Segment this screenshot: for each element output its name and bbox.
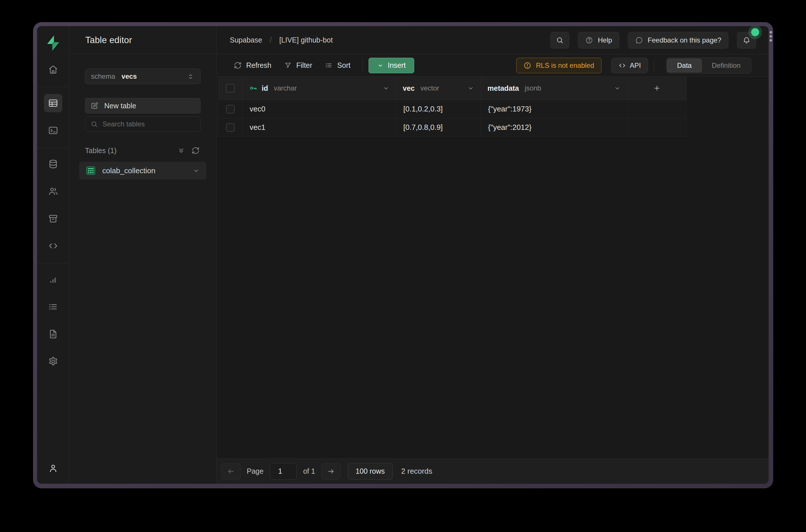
gear-icon: [48, 356, 58, 366]
rail-storage-button[interactable]: [44, 209, 62, 228]
grid-cell-vec[interactable]: [0.1,0.2,0.3]: [397, 100, 481, 118]
search-tables-box: [85, 116, 200, 132]
rail-sql-editor-button[interactable]: [44, 121, 62, 139]
app-window: Table editor schema vecs New table Tabl: [33, 22, 773, 488]
api-button[interactable]: API: [611, 58, 648, 73]
rows-per-page-button[interactable]: 100 rows: [348, 463, 392, 480]
grid-cell-empty: [628, 118, 687, 137]
page-label: Page: [247, 467, 263, 475]
window-handle-dots[interactable]: [769, 31, 772, 42]
table-editor-icon: [48, 98, 58, 108]
chevrons-down-icon: [177, 147, 185, 154]
document-icon: [48, 329, 58, 339]
chevron-down-icon[interactable]: [467, 84, 475, 92]
rail-edge-functions-button[interactable]: [44, 237, 62, 255]
rail-divider: [37, 148, 69, 148]
supabase-logo-icon[interactable]: [45, 35, 61, 52]
previous-page-button[interactable]: [222, 463, 241, 480]
rail-divider: [37, 87, 69, 87]
column-type: varchar: [274, 84, 297, 92]
tables-heading-row: Tables (1): [85, 146, 200, 155]
list-icon: [48, 302, 58, 312]
tab-definition[interactable]: Definition: [702, 59, 751, 72]
rail-account-button[interactable]: [44, 459, 62, 477]
chevron-down-icon[interactable]: [192, 167, 200, 174]
grid-cell-id[interactable]: vec0: [243, 100, 397, 118]
collapse-all-button[interactable]: [176, 146, 186, 155]
archive-box-icon: [48, 213, 58, 224]
tab-data[interactable]: Data: [667, 59, 702, 72]
refresh-button[interactable]: Refresh: [228, 58, 278, 73]
toolbar-divider: [654, 59, 654, 72]
page-number-input[interactable]: [270, 463, 297, 480]
breadcrumb-org[interactable]: Supabase: [230, 36, 262, 44]
grid-cell-metadata[interactable]: {"year":2012}: [481, 118, 628, 137]
rail-home-button[interactable]: [44, 60, 62, 79]
rail-reports-button[interactable]: [44, 270, 62, 289]
rail-database-button[interactable]: [44, 155, 62, 173]
rls-warning-label: RLS is not enabled: [536, 61, 594, 70]
filter-label: Filter: [296, 61, 312, 70]
chevrons-up-down-icon: [187, 73, 194, 80]
next-page-button[interactable]: [322, 463, 340, 480]
schema-select[interactable]: schema vecs: [85, 69, 200, 84]
page-of-label: of 1: [303, 467, 315, 475]
rls-warning-badge[interactable]: RLS is not enabled: [516, 58, 601, 73]
schema-value: vecs: [121, 72, 137, 80]
window-content: Table editor schema vecs New table Tabl: [37, 26, 769, 484]
breadcrumb-project[interactable]: [LIVE] github-bot: [279, 36, 333, 44]
page-title: Table editor: [85, 35, 132, 45]
table-grid-icon: [85, 166, 96, 176]
sidebar-item-colab-collection[interactable]: colab_collection: [79, 162, 206, 179]
column-header-metadata[interactable]: metadata jsonb: [481, 77, 628, 100]
help-button[interactable]: Help: [578, 32, 619, 49]
column-header-id[interactable]: id varchar: [243, 77, 397, 100]
row-checkbox[interactable]: [226, 123, 235, 132]
grid-cell-id[interactable]: vec1: [243, 118, 397, 137]
sort-button[interactable]: Sort: [319, 58, 357, 73]
api-label: API: [630, 61, 641, 70]
sidebar-header: Table editor: [69, 26, 216, 54]
refresh-tables-button[interactable]: [191, 146, 200, 155]
arrow-left-icon: [227, 468, 235, 475]
table-item-label: colab_collection: [102, 166, 155, 175]
search-tables-input[interactable]: [102, 120, 195, 128]
arrow-right-icon: [327, 468, 335, 475]
table-editor-sidebar: Table editor schema vecs New table Tabl: [69, 26, 216, 484]
row-checkbox[interactable]: [226, 105, 235, 113]
search-button[interactable]: [550, 32, 569, 49]
rail-logs-button[interactable]: [44, 298, 62, 316]
insert-label: Insert: [388, 61, 406, 70]
grid-cell-vec[interactable]: [0.7,0.8,0.9]: [397, 118, 481, 137]
plus-icon: [653, 84, 661, 92]
insert-button[interactable]: Insert: [368, 58, 414, 73]
column-type: jsonb: [525, 84, 541, 92]
row-select-cell: [218, 118, 243, 137]
chevron-down-icon[interactable]: [614, 84, 621, 92]
top-bar: Supabase / [LIVE] github-bot Help Feedba…: [216, 26, 769, 54]
grid-toolbar: Refresh Filter Sort Insert: [216, 54, 769, 77]
refresh-icon: [192, 147, 199, 154]
chevron-down-icon[interactable]: [382, 84, 390, 92]
grid-cell-metadata[interactable]: {"year":1973}: [481, 100, 628, 118]
column-type: vector: [421, 84, 439, 92]
rail-docs-button[interactable]: [44, 325, 62, 343]
rail-auth-button[interactable]: [44, 182, 62, 201]
primary-key-icon: [249, 84, 258, 93]
add-column-header-cell[interactable]: [628, 77, 687, 100]
speech-bubble-icon: [635, 36, 643, 44]
rail-settings-button[interactable]: [44, 352, 62, 370]
users-icon: [48, 186, 58, 196]
new-table-button[interactable]: New table: [85, 98, 200, 113]
feedback-button[interactable]: Feedback on this page?: [628, 32, 728, 49]
rail-table-editor-button[interactable]: [44, 94, 62, 112]
sort-label: Sort: [337, 61, 350, 70]
column-header-vec[interactable]: vec vector: [397, 77, 481, 100]
bell-icon: [743, 36, 751, 44]
home-icon: [48, 64, 58, 75]
filter-button[interactable]: Filter: [278, 58, 319, 73]
column-name: metadata: [487, 84, 519, 93]
sort-list-icon: [325, 61, 333, 69]
record-count: 2 records: [401, 467, 432, 476]
select-all-checkbox[interactable]: [226, 84, 235, 93]
